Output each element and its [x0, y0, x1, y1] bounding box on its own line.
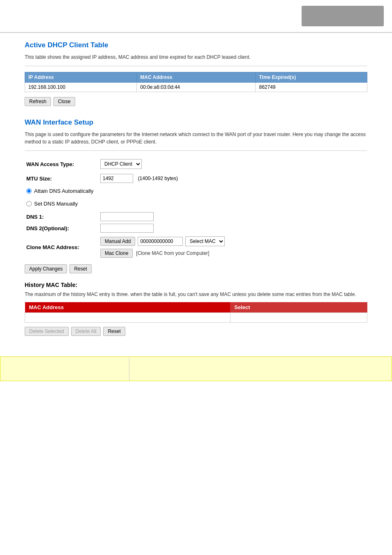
select-mac-select[interactable]: Select MAC	[185, 236, 225, 246]
history-title: History MAC Table:	[25, 282, 367, 288]
history-col-mac: MAC Address	[25, 302, 231, 313]
dns2-row: DNS 2(Optional):	[25, 222, 367, 234]
mtu-row: MTU Size: (1400-1492 bytes)	[25, 171, 367, 185]
dhcp-buttons: Refresh Close	[25, 97, 367, 106]
dns1-label: DNS 1:	[25, 211, 99, 222]
dns-attain-radio[interactable]	[26, 188, 32, 194]
clone-mac-controls: Manual Add Select MAC	[100, 236, 366, 246]
dns-manual-label: Set DNS Manually	[34, 201, 78, 207]
dns-manual-cell: Set DNS Manually	[25, 198, 367, 211]
wan-reset-button[interactable]: Reset	[69, 264, 91, 273]
wan-section-title: WAN Interface Setup	[25, 118, 367, 127]
history-empty-select	[230, 313, 367, 323]
history-table-header-row: MAC Address Select	[25, 302, 367, 313]
refresh-button[interactable]: Refresh	[25, 97, 51, 106]
wan-access-row: WAN Access Type: DHCP Client Static IP P…	[25, 157, 367, 171]
dhcp-col-time: Time Expired(s)	[256, 72, 367, 83]
top-bar-logo	[302, 6, 384, 26]
wan-section-desc: This page is used to configure the param…	[25, 131, 367, 146]
wan-form-table: WAN Access Type: DHCP Client Static IP P…	[25, 157, 367, 260]
bottom-bar-right	[129, 357, 392, 381]
mtu-label: MTU Size:	[25, 171, 99, 185]
clone-mac-row: Clone MAC Address: Manual Add Select MAC…	[25, 234, 367, 260]
dns2-label: DNS 2(Optional):	[25, 222, 99, 234]
dns2-cell	[99, 222, 367, 234]
history-table: MAC Address Select	[25, 302, 367, 323]
history-desc: The maximum of the history MAC entry is …	[25, 291, 367, 298]
history-action-buttons: Delete Selected Delete All Reset	[25, 327, 367, 336]
apply-changes-button[interactable]: Apply Changes	[25, 264, 67, 273]
manual-add-button[interactable]: Manual Add	[100, 237, 135, 246]
dhcp-divider	[25, 66, 367, 66]
dhcp-table: IP Address MAC Address Time Expired(s) 1…	[25, 72, 367, 92]
clone-mac-cell: Manual Add Select MAC Mac Clone [Clone M…	[99, 234, 367, 260]
mac-clone-button[interactable]: Mac Clone	[100, 249, 133, 258]
wan-interface-section: WAN Interface Setup This page is used to…	[25, 118, 367, 273]
delete-all-button[interactable]: Delete All	[71, 327, 101, 336]
clone-mac-label: Clone MAC Address:	[25, 234, 99, 260]
wan-access-type-select[interactable]: DHCP Client Static IP PPPoE	[100, 159, 142, 169]
dhcp-cell-time: 862749	[256, 83, 367, 92]
dhcp-section-title: Active DHCP Client Table	[25, 41, 367, 49]
dns1-cell	[99, 211, 367, 222]
delete-selected-button[interactable]: Delete Selected	[25, 327, 69, 336]
dhcp-section-desc: This table shows the assigned IP address…	[25, 53, 367, 61]
dns1-input[interactable]	[100, 212, 154, 221]
mtu-input[interactable]	[100, 174, 133, 183]
dns-attain-label: Attain DNS Automatically	[34, 188, 94, 194]
mtu-cell: (1400-1492 bytes)	[99, 171, 367, 185]
dns-attain-cell: Attain DNS Automatically	[25, 185, 367, 198]
top-bar	[0, 0, 392, 33]
dns2-input[interactable]	[100, 224, 154, 233]
mac-address-input[interactable]	[138, 237, 183, 246]
mtu-range-label: (1400-1492 bytes)	[138, 176, 178, 181]
table-row: 192.168.100.100 00:0e:a6:03:0d:44 862749	[25, 83, 367, 92]
dns-manual-row: Set DNS Manually	[25, 198, 367, 211]
close-button[interactable]: Close	[53, 97, 75, 106]
dhcp-cell-mac: 00:0e:a6:03:0d:44	[137, 83, 256, 92]
wan-divider	[25, 150, 367, 151]
history-col-select: Select	[230, 302, 367, 313]
history-empty-mac	[25, 313, 231, 323]
dns-attain-radio-group: Attain DNS Automatically	[26, 188, 366, 194]
dns-manual-radio[interactable]	[26, 201, 32, 206]
history-reset-button[interactable]: Reset	[103, 327, 125, 336]
mac-clone-desc: [Clone MAC from your Computer]	[136, 250, 209, 256]
dns-manual-radio-group: Set DNS Manually	[26, 201, 366, 207]
dhcp-client-section: Active DHCP Client Table This table show…	[25, 41, 367, 106]
dns1-row: DNS 1:	[25, 211, 367, 222]
dhcp-col-ip: IP Address	[25, 72, 137, 83]
wan-action-buttons: Apply Changes Reset	[25, 264, 367, 273]
dns-attain-row: Attain DNS Automatically	[25, 185, 367, 198]
bottom-bar-left	[0, 357, 129, 381]
wan-access-type-cell: DHCP Client Static IP PPPoE	[99, 157, 367, 171]
history-mac-section: History MAC Table: The maximum of the hi…	[25, 282, 367, 336]
dhcp-cell-ip: 192.168.100.100	[25, 83, 137, 92]
dhcp-col-mac: MAC Address	[137, 72, 256, 83]
wan-access-type-label: WAN Access Type:	[25, 157, 99, 171]
mac-clone-row: Mac Clone [Clone MAC from your Computer]	[100, 249, 366, 258]
bottom-bar	[0, 356, 392, 381]
history-empty-row	[25, 313, 367, 323]
